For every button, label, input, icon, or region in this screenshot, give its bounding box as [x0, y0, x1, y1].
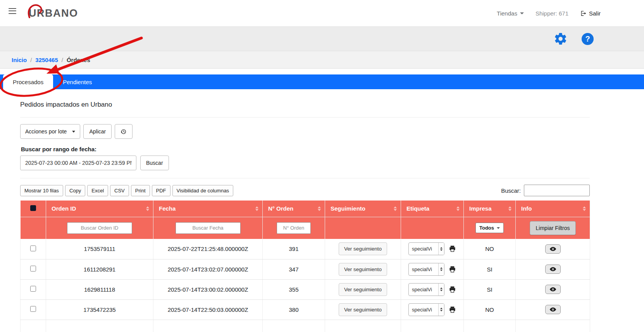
tiendas-label: Tiendas — [497, 10, 517, 17]
breadcrumb-current: Órdenes — [67, 57, 90, 63]
logout-button[interactable]: Salir — [580, 10, 601, 17]
cell-orden-id: 1611208291 — [46, 259, 153, 279]
sort-icon — [394, 206, 397, 211]
batch-actions-value: Acciones por lote — [25, 128, 67, 135]
print-button[interactable]: Print — [131, 185, 150, 196]
cell-impresa: NO — [464, 239, 516, 259]
etiqueta-select[interactable]: specialVi — [408, 242, 444, 255]
topbar-right: Tiendas Shipper: 671 Salir — [497, 10, 601, 17]
breadcrumb-shipper-id[interactable]: 3250465 — [35, 57, 58, 63]
clear-filters-button[interactable]: Limpiar Filtros — [530, 221, 576, 235]
date-search-button[interactable]: Buscar — [140, 156, 169, 170]
etiqueta-select[interactable]: specialVi — [408, 283, 444, 296]
hamburger-menu-icon[interactable] — [9, 8, 16, 14]
sort-icon — [583, 206, 586, 211]
cell-fecha: 2025-07-14T23:02:07.000000Z — [153, 259, 263, 279]
print-label-button[interactable] — [449, 245, 456, 252]
tab-bar: Procesados Pendientes — [0, 74, 644, 89]
tab-pendientes[interactable]: Pendientes — [53, 74, 102, 89]
filter-fecha-input[interactable] — [176, 222, 241, 234]
ver-seguimiento-button[interactable]: Ver seguimiento — [339, 263, 387, 276]
show-rows-button[interactable]: Mostrar 10 filas — [20, 185, 63, 196]
breadcrumb: Inicio / 3250465 / Órdenes — [0, 51, 644, 69]
table-header-row: Orden ID Fecha N° Orden Seguimiento Etiq… — [21, 201, 590, 217]
shipper-label: Shipper: 671 — [536, 10, 568, 17]
row-checkbox[interactable] — [30, 306, 36, 312]
orders-table: Orden ID Fecha N° Orden Seguimiento Etiq… — [20, 201, 590, 332]
cell-fecha: 2025-07-14T22:50:03.000000Z — [153, 299, 263, 320]
breadcrumb-inicio[interactable]: Inicio — [12, 57, 27, 63]
chevron-down-icon — [520, 12, 524, 14]
copy-button[interactable]: Copy — [65, 185, 85, 196]
impresa-filter-select[interactable]: Todos — [475, 223, 504, 233]
select-stepper-icon — [438, 263, 444, 275]
etiqueta-select[interactable]: specialVi — [408, 303, 444, 316]
batch-actions-select[interactable]: Acciones por lote — [20, 124, 80, 139]
cell-impresa: SI — [464, 279, 516, 299]
date-range-label: Buscar por rango de fecha: — [21, 146, 590, 152]
select-stepper-icon — [438, 243, 444, 255]
urbano-logo: URBANO — [29, 7, 78, 19]
row-checkbox[interactable] — [30, 266, 36, 271]
table-row: 1753579111 2025-07-22T21:25:48.000000Z 3… — [21, 239, 590, 259]
col-header-orden-id[interactable]: Orden ID — [46, 201, 153, 217]
salir-label: Salir — [589, 10, 601, 17]
print-label-button[interactable] — [449, 306, 456, 313]
ver-seguimiento-button[interactable]: Ver seguimiento — [339, 283, 387, 296]
cell-impresa: SI — [464, 259, 516, 279]
info-eye-button[interactable] — [545, 305, 561, 314]
eye-icon — [549, 307, 556, 312]
col-header-impresa[interactable]: Impresa — [464, 201, 516, 217]
info-eye-button[interactable] — [545, 285, 561, 294]
info-eye-button[interactable] — [545, 265, 561, 274]
apply-button[interactable]: Aplicar — [83, 124, 112, 139]
page: URBANO Tiendas Shipper: 671 Salir ? — [0, 0, 644, 332]
cell-orden-id: 1629811118 — [46, 279, 153, 299]
table-search-input[interactable] — [524, 185, 590, 196]
spacer — [0, 69, 644, 74]
column-visibility-button[interactable]: Visibilidad de columnas — [172, 185, 234, 196]
col-header-info[interactable]: Info — [516, 201, 590, 217]
table-row: 1611208291 2025-07-14T23:02:07.000000Z 3… — [21, 259, 590, 279]
history-button[interactable] — [115, 124, 133, 139]
settings-gear-icon[interactable] — [554, 32, 568, 46]
impresa-filter-value: Todos — [479, 225, 494, 231]
select-all-checkbox[interactable] — [30, 205, 36, 211]
col-label: Impresa — [469, 205, 492, 212]
tab-procesados[interactable]: Procesados — [3, 74, 53, 89]
tiendas-dropdown[interactable]: Tiendas — [497, 10, 524, 17]
ver-seguimiento-button[interactable]: Ver seguimiento — [339, 303, 387, 316]
sort-icon — [146, 206, 149, 211]
cell-impresa: NO — [464, 299, 516, 320]
csv-button[interactable]: CSV — [110, 185, 129, 196]
pdf-button[interactable]: PDF — [152, 185, 170, 196]
table-search: Buscar: — [501, 185, 590, 196]
table-row-partial — [21, 320, 590, 332]
printer-icon — [449, 286, 456, 293]
col-header-etiqueta[interactable]: Etiqueta — [401, 201, 464, 217]
row-checkbox[interactable] — [30, 286, 36, 292]
info-eye-button[interactable] — [545, 244, 561, 254]
chevron-down-icon — [497, 227, 500, 229]
filter-n-orden-input[interactable] — [277, 222, 311, 234]
row-checkbox[interactable] — [30, 246, 36, 251]
sort-icon — [255, 206, 258, 211]
filter-orden-id-input[interactable] — [67, 222, 132, 234]
cell-fecha: 2025-07-14T23:00:02.000000Z — [153, 279, 263, 299]
topbar: URBANO Tiendas Shipper: 671 Salir — [0, 0, 644, 26]
ver-seguimiento-button[interactable]: Ver seguimiento — [339, 242, 387, 255]
print-label-button[interactable] — [449, 286, 456, 293]
col-header-seguimiento[interactable]: Seguimiento — [325, 201, 401, 217]
batch-actions-row: Acciones por lote Aplicar — [20, 124, 590, 139]
col-header-n-orden[interactable]: N° Orden — [263, 201, 325, 217]
help-icon[interactable]: ? — [582, 33, 594, 45]
date-search-row: Buscar — [20, 156, 590, 170]
col-header-fecha[interactable]: Fecha — [153, 201, 263, 217]
print-label-button[interactable] — [449, 266, 456, 273]
eye-icon — [549, 246, 556, 252]
etiqueta-select[interactable]: specialVi — [408, 263, 444, 276]
breadcrumb-separator: / — [62, 57, 63, 63]
date-range-input[interactable] — [20, 156, 136, 170]
etiqueta-select-value: specialVi — [409, 263, 438, 275]
excel-button[interactable]: Excel — [87, 185, 108, 196]
